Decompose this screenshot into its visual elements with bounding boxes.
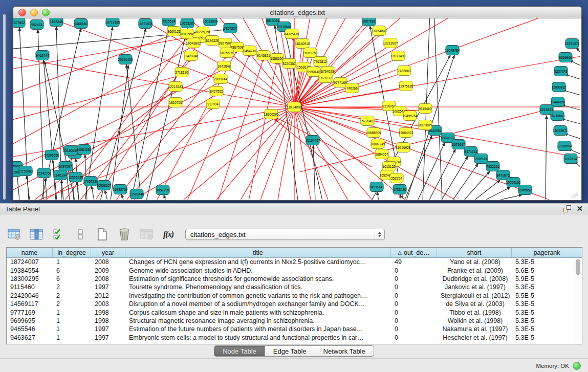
graph-node[interactable]: 12444159: [551, 97, 565, 107]
graph-node[interactable]: 16958107: [97, 181, 112, 190]
graph-node[interactable]: 15134457: [306, 136, 320, 145]
graph-node[interactable]: 8186328: [206, 36, 219, 46]
column-header-name[interactable]: name: [7, 248, 53, 257]
zoom-window-button[interactable]: [42, 9, 50, 16]
graph-node[interactable]: 1167534: [564, 154, 577, 164]
graph-node[interactable]: 8912954: [181, 29, 194, 39]
graph-node[interactable]: 2718126: [175, 68, 188, 77]
table-row[interactable]: 1830029562008Estimation of significance …: [7, 275, 574, 283]
graph-node[interactable]: 8220357: [282, 59, 296, 69]
table-vertical-scrollbar[interactable]: [574, 258, 582, 344]
graph-node[interactable]: 14671938: [138, 19, 153, 29]
table-row[interactable]: 1456911722003Disruption of a novel membe…: [7, 300, 574, 308]
network-canvas[interactable]: 1527602952474159224864661601071918514671…: [13, 18, 580, 200]
table-row[interactable]: 977716911998Corpus callosum shape and si…: [7, 308, 574, 316]
table-row[interactable]: 1872400712008Changes of HCN gene express…: [7, 258, 574, 266]
graph-node[interactable]: 16756928: [396, 143, 411, 152]
network-canvas-container[interactable]: 1527602952474159224864661601071918514671…: [13, 18, 581, 200]
graph-node[interactable]: 20206556: [45, 150, 59, 160]
graph-node[interactable]: 9227343: [554, 67, 568, 76]
graph-node[interactable]: 9329966: [559, 53, 572, 62]
memory-status-indicator[interactable]: [573, 362, 581, 370]
graph-node[interactable]: 22420046: [184, 51, 199, 61]
graph-node[interactable]: 9146821: [257, 51, 270, 60]
graph-node[interactable]: 18640910: [295, 39, 310, 49]
graph-node[interactable]: 2087682: [362, 18, 376, 26]
graph-node[interactable]: 18724007: [287, 102, 302, 112]
column-checks-icon[interactable]: [51, 227, 66, 242]
graph-node[interactable]: 14325419: [285, 29, 299, 39]
tab-edge-table[interactable]: Edge Table: [265, 346, 315, 356]
graph-node[interactable]: 12975185: [399, 81, 413, 91]
column-header-pagerank[interactable]: pagerank: [512, 248, 582, 257]
close-panel-icon[interactable]: ✕: [576, 205, 583, 212]
graph-node[interactable]: 16033809: [203, 18, 218, 26]
graph-node[interactable]: 9115460: [419, 104, 432, 114]
graph-node[interactable]: 14136141: [369, 182, 384, 192]
graph-node[interactable]: 12923448: [129, 189, 144, 199]
tab-node-table[interactable]: Node Table: [214, 346, 265, 356]
graph-node[interactable]: 1588520: [270, 54, 284, 63]
graph-node[interactable]: 1733426: [393, 185, 406, 194]
rows-icon[interactable]: [73, 227, 88, 242]
graph-node[interactable]: 8215953: [540, 105, 553, 115]
graph-node[interactable]: 20691406: [118, 55, 133, 64]
window-titlebar[interactable]: citations_edges.txt: [13, 7, 581, 18]
graph-node[interactable]: 9899605: [419, 120, 432, 130]
column-header-out_de[interactable]: △out_de…: [391, 248, 437, 257]
graph-node[interactable]: 1810755: [169, 98, 182, 107]
column-header-year[interactable]: year: [91, 248, 125, 257]
graph-node[interactable]: 10653287: [180, 18, 195, 28]
graph-node[interactable]: 2935114: [474, 154, 488, 164]
graph-node[interactable]: 12213967: [383, 38, 398, 48]
graph-node[interactable]: 9462744: [36, 51, 49, 60]
graph-node[interactable]: 16961758: [303, 48, 318, 58]
graph-node[interactable]: 1615152: [382, 162, 396, 171]
graph-node[interactable]: 17016504: [557, 141, 572, 151]
tab-network-table[interactable]: Network Table: [315, 346, 374, 356]
graph-node[interactable]: 8427552: [210, 86, 223, 96]
graph-node[interactable]: 18807249: [371, 139, 385, 149]
graph-node[interactable]: 15692971: [553, 126, 568, 136]
graph-node[interactable]: 18300295: [264, 110, 279, 119]
graph-node[interactable]: 10973493: [391, 51, 406, 61]
table-row[interactable]: 969969511998Structural magnetic resonanc…: [7, 317, 574, 325]
graph-node[interactable]: 1527602: [13, 18, 25, 28]
graph-node[interactable]: 9242848: [217, 61, 231, 71]
graph-node[interactable]: 8660123: [167, 27, 181, 36]
graph-node[interactable]: 9884067: [375, 149, 388, 159]
graph-node[interactable]: 1145194: [54, 170, 67, 180]
function-icon[interactable]: f(x): [161, 227, 176, 242]
graph-node[interactable]: 19654923: [399, 128, 413, 138]
graph-node[interactable]: 16543862: [186, 38, 201, 48]
graph-node[interactable]: 7857224: [224, 24, 237, 33]
delete-table-icon[interactable]: [139, 227, 154, 242]
graph-node[interactable]: 746266: [345, 83, 359, 93]
graph-node[interactable]: 7515524: [162, 18, 176, 26]
graph-node[interactable]: 16648784: [445, 46, 460, 55]
graph-node[interactable]: 7485063: [398, 66, 411, 76]
graph-node[interactable]: 952474: [30, 20, 43, 30]
graph-node[interactable]: 2803144: [214, 74, 227, 84]
graph-node[interactable]: 12213383: [168, 82, 183, 92]
graph-node[interactable]: 9245652: [518, 185, 532, 195]
graph-node[interactable]: 19584235: [77, 145, 92, 155]
table-selector-dropdown[interactable]: citations_edges.txt: [185, 229, 385, 240]
graph-node[interactable]: 9990448: [307, 67, 320, 77]
new-document-icon[interactable]: [95, 227, 110, 242]
graph-node[interactable]: 9777169: [334, 78, 347, 87]
graph-node[interactable]: 9675685: [220, 48, 233, 58]
graph-node[interactable]: 10654162: [506, 178, 521, 187]
graph-node[interactable]: 9857795: [156, 185, 169, 195]
graph-node[interactable]: 6679197: [452, 140, 465, 149]
table-row[interactable]: 946362711997Embryonic stem cells: a mode…: [7, 334, 574, 342]
graph-node[interactable]: 16782759: [113, 185, 128, 194]
column-header-title[interactable]: title: [125, 248, 391, 257]
graph-node[interactable]: 11156863: [18, 166, 33, 176]
graph-node[interactable]: 9097587: [59, 162, 72, 171]
graph-node[interactable]: 7955812: [314, 57, 327, 67]
close-window-button[interactable]: [18, 9, 26, 16]
graph-node[interactable]: 17957223: [83, 177, 98, 186]
graph-node[interactable]: 917004: [206, 99, 220, 109]
table-row[interactable]: 911546021997Tourette syndrome. Phenomeno…: [7, 283, 574, 291]
